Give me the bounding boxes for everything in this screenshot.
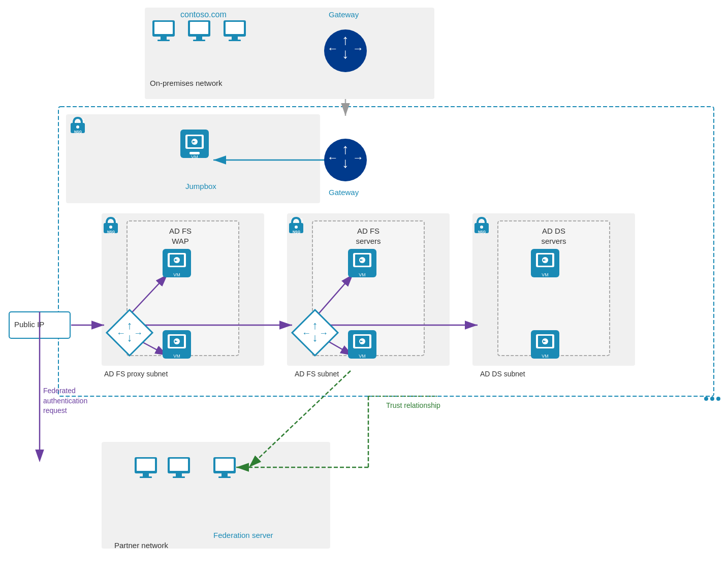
svg-text:↓: ↓ (342, 46, 349, 61)
svg-rect-68 (168, 253, 186, 267)
svg-rect-34 (196, 37, 202, 40)
svg-rect-77 (289, 223, 303, 233)
svg-point-60 (109, 226, 112, 229)
svg-rect-73 (168, 334, 186, 348)
trust-relationship-label: Trust relationship (386, 401, 440, 409)
nsg-adfs-proxy-label: NSG (106, 217, 118, 223)
public-ip-label: Public IP (14, 320, 44, 329)
svg-point-106 (542, 338, 548, 344)
svg-rect-119 (218, 476, 231, 478)
svg-text:VM: VM (359, 354, 366, 359)
svg-text:←: ← (116, 328, 125, 338)
svg-text:VM: VM (542, 354, 549, 359)
nsg-adds-label: NSG (477, 217, 489, 223)
svg-rect-69 (170, 254, 184, 266)
svg-text:VM: VM (191, 154, 198, 159)
svg-text:→: → (353, 42, 364, 55)
svg-rect-37 (226, 22, 244, 34)
svg-rect-116 (213, 457, 236, 473)
monitor-2 (188, 20, 210, 41)
svg-text:VM: VM (542, 272, 549, 277)
svg-rect-72 (163, 330, 191, 359)
svg-rect-91 (353, 334, 371, 348)
svg-rect-67 (163, 249, 191, 277)
arrows-svg (0, 0, 728, 575)
svg-point-121 (710, 397, 714, 401)
svg-rect-98 (531, 249, 559, 277)
contoso-label: contoso.com (180, 10, 227, 19)
svg-rect-117 (215, 459, 234, 471)
svg-rect-109 (137, 459, 155, 471)
svg-rect-33 (190, 22, 208, 34)
svg-rect-112 (168, 457, 190, 473)
svg-point-54 (324, 139, 367, 181)
svg-rect-30 (161, 37, 167, 40)
svg-rect-50 (187, 136, 202, 147)
jumpbox-label: Jumpbox (185, 182, 216, 190)
svg-rect-39 (229, 40, 241, 41)
svg-rect-90 (348, 330, 376, 359)
svg-rect-48 (180, 130, 209, 158)
svg-rect-111 (140, 476, 152, 478)
svg-rect-36 (224, 20, 246, 37)
svg-rect-52 (189, 152, 200, 154)
svg-rect-113 (170, 459, 188, 471)
svg-text:→: → (134, 328, 143, 338)
svg-rect-103 (531, 330, 559, 359)
svg-text:→: → (319, 328, 328, 338)
adfs-subnet-label: AD FS subnet (295, 370, 339, 378)
svg-text:NSG: NSG (293, 230, 301, 234)
svg-rect-28 (152, 20, 175, 37)
svg-point-101 (542, 257, 548, 263)
adds-servers-label: AD DSservers (518, 226, 589, 246)
svg-text:↓: ↓ (127, 331, 133, 344)
svg-point-120 (704, 397, 708, 401)
nsg-adfs-label: NSG (291, 217, 303, 223)
svg-line-27 (249, 371, 351, 467)
svg-point-96 (480, 226, 483, 229)
svg-rect-92 (355, 336, 369, 347)
svg-text:NSG: NSG (107, 230, 115, 234)
svg-rect-99 (536, 253, 554, 267)
svg-line-23 (318, 274, 353, 315)
adfs-wap-label: AD FSWAP (150, 226, 211, 246)
svg-point-93 (359, 338, 365, 344)
svg-rect-32 (188, 20, 210, 37)
azure-gateway-label: Gateway (329, 188, 359, 197)
svg-text:↑: ↑ (127, 319, 133, 332)
svg-text:→: → (353, 151, 364, 164)
svg-text:VM: VM (173, 354, 180, 359)
svg-text:←: ← (327, 151, 338, 164)
svg-rect-87 (355, 254, 369, 266)
svg-point-122 (716, 397, 720, 401)
svg-rect-115 (173, 476, 185, 478)
svg-text:↑: ↑ (342, 141, 349, 157)
svg-text:VM: VM (359, 272, 366, 277)
svg-rect-95 (474, 223, 489, 233)
icons-svg: ↑ ↓ ← → NSG VM ↑ ↓ ← → (0, 0, 728, 575)
svg-rect-59 (104, 223, 118, 233)
svg-rect-114 (176, 473, 182, 476)
svg-point-51 (192, 139, 198, 145)
svg-point-88 (359, 257, 365, 263)
svg-rect-118 (221, 473, 228, 476)
svg-rect-1 (58, 107, 714, 396)
partner-network-label: Partner network (114, 541, 168, 550)
svg-text:↓: ↓ (312, 331, 318, 344)
svg-rect-31 (157, 40, 170, 41)
adfs-proxy-subnet-label: AD FS proxy subnet (104, 370, 168, 378)
svg-rect-104 (536, 334, 554, 348)
svg-point-78 (295, 226, 298, 229)
monitor-3 (224, 20, 246, 41)
svg-text:↑: ↑ (342, 32, 349, 48)
svg-text:←: ← (327, 42, 338, 55)
svg-line-24 (318, 335, 353, 356)
federated-auth-label: Federated authentication request (43, 386, 87, 416)
svg-rect-110 (143, 473, 149, 476)
svg-point-46 (76, 125, 79, 129)
svg-rect-86 (353, 253, 371, 267)
adds-subnet-label: AD DS subnet (480, 370, 525, 378)
svg-rect-45 (71, 123, 85, 133)
svg-line-20 (130, 274, 168, 315)
diagram-container: On-premises network contoso.com Gateway … (0, 0, 728, 575)
